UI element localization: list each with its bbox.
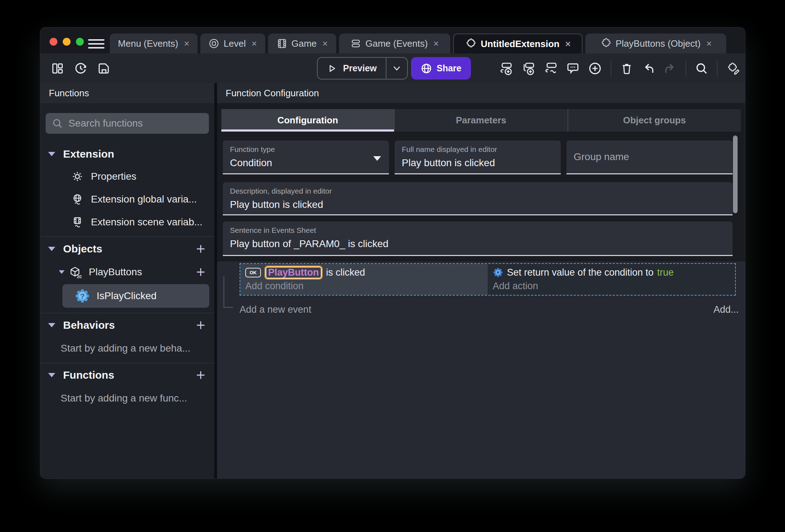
- sentence-field[interactable]: Sentence in Events Sheet Play button of …: [223, 221, 733, 256]
- close-tab-icon[interactable]: ×: [433, 38, 439, 49]
- events-list-icon: [350, 38, 361, 49]
- puzzle-icon: [600, 38, 611, 49]
- object-2d-badge: 2D: [77, 274, 82, 278]
- gear-icon: [72, 171, 83, 182]
- add-condition-button[interactable]: Add condition: [245, 280, 483, 292]
- search-functions-input[interactable]: [68, 118, 202, 129]
- configuration-form: Configuration Parameters Object groups F…: [217, 103, 745, 261]
- open-project-manager-button[interactable]: [51, 62, 64, 75]
- field-label: Description, displayed in editor: [230, 187, 725, 195]
- search-icon[interactable]: [695, 62, 708, 75]
- close-tab-icon[interactable]: ×: [706, 38, 712, 49]
- add-function-to-object-button[interactable]: [195, 266, 206, 278]
- selected-event-row[interactable]: OK PlayButton is clicked Add condition S…: [240, 263, 736, 296]
- full-name-field[interactable]: Full name displayed in editor Play butto…: [395, 140, 561, 174]
- tab-menu-events[interactable]: Menu (Events) ×: [110, 34, 197, 53]
- collapse-arrow-icon[interactable]: [48, 323, 55, 327]
- vertical-scrollbar[interactable]: [733, 135, 738, 213]
- collapse-arrow-icon[interactable]: [48, 152, 55, 156]
- preview-button[interactable]: Preview: [317, 57, 408, 80]
- sidebar-item-label: Properties: [91, 171, 137, 182]
- search-functions-box[interactable]: [46, 113, 209, 134]
- section-label: Behaviors: [63, 319, 195, 331]
- app-window: Menu (Events) × Level × Game × Game (Eve…: [40, 27, 745, 479]
- add-new-event-button[interactable]: Add a new event: [240, 304, 311, 315]
- field-label: Sentence in Events Sheet: [230, 226, 725, 235]
- preview-options-dropdown[interactable]: [386, 58, 407, 79]
- add-object-button[interactable]: [195, 243, 206, 255]
- add-behavior-button[interactable]: [195, 319, 206, 331]
- tab-label: Game: [292, 38, 317, 49]
- close-tab-icon[interactable]: ×: [184, 38, 189, 49]
- tab-playbuttons-object[interactable]: PlayButtons (Object) ×: [585, 34, 726, 53]
- edit-extension-icon[interactable]: [727, 62, 740, 75]
- panel-divider[interactable]: [214, 83, 217, 479]
- redo-icon[interactable]: [664, 62, 677, 75]
- action-value-true[interactable]: true: [657, 267, 674, 278]
- tab-object-groups[interactable]: Object groups: [568, 109, 741, 132]
- collapse-arrow-icon[interactable]: [59, 270, 65, 274]
- version-history-icon[interactable]: [74, 62, 87, 75]
- tab-game[interactable]: Game ×: [268, 34, 336, 53]
- events-sheet: OK PlayButton is clicked Add condition S…: [217, 261, 745, 479]
- sidebar-item-label: Extension scene variab...: [91, 216, 202, 228]
- group-name-field[interactable]: [566, 140, 733, 174]
- return-value-gear-icon: [493, 267, 503, 278]
- tab-game-events[interactable]: Game (Events) ×: [339, 34, 450, 53]
- close-window-button[interactable]: [50, 38, 57, 46]
- close-tab-icon[interactable]: ×: [251, 38, 257, 49]
- condition-object-name[interactable]: PlayButton: [265, 266, 323, 280]
- event-actions-cell[interactable]: Set return value of the condition to tru…: [488, 264, 735, 295]
- tab-configuration[interactable]: Configuration: [221, 109, 395, 132]
- collapse-arrow-icon[interactable]: [48, 247, 55, 251]
- field-value: Condition: [230, 157, 382, 169]
- sidebar-item-properties[interactable]: Properties: [40, 165, 214, 188]
- add-condition-icon[interactable]: [544, 62, 558, 75]
- sidebar-item-extension-global-variables[interactable]: Extension global varia...: [40, 188, 214, 211]
- add-circle-icon[interactable]: [588, 62, 602, 75]
- section-label: Extension: [63, 148, 206, 160]
- object-row-playbuttons[interactable]: 2D PlayButtons: [40, 261, 214, 283]
- condition-text: is clicked: [326, 267, 365, 278]
- close-tab-icon[interactable]: ×: [565, 39, 570, 50]
- menu-icon[interactable]: [88, 39, 104, 51]
- action-text: Set return value of the condition to: [507, 267, 653, 278]
- add-comment-icon[interactable]: [566, 62, 579, 75]
- add-free-function-button[interactable]: [195, 369, 206, 381]
- sidebar-item-extension-scene-variables[interactable]: Extension scene variab...: [40, 211, 214, 234]
- sidebar-item-label: Extension global varia...: [91, 194, 197, 205]
- zoom-window-button[interactable]: [76, 38, 84, 46]
- field-value: Play button is clicked: [230, 199, 725, 210]
- description-field[interactable]: Description, displayed in editor Play bu…: [223, 182, 733, 215]
- undo-icon[interactable]: [642, 62, 655, 75]
- section-functions: Functions: [40, 363, 214, 387]
- functions-empty-text: Start by adding a new func...: [40, 387, 214, 410]
- add-action-button[interactable]: Add action: [493, 280, 730, 292]
- tab-level[interactable]: Level ×: [200, 34, 265, 53]
- function-type-select[interactable]: Function type Condition: [223, 140, 389, 174]
- field-value: Play button of _PARAM0_ is clicked: [230, 238, 725, 250]
- event-conditions-cell[interactable]: OK PlayButton is clicked Add condition: [240, 264, 488, 295]
- close-tab-icon[interactable]: ×: [322, 38, 328, 49]
- toolbar-divider: [686, 60, 686, 77]
- tab-label: Menu (Events): [118, 38, 178, 49]
- share-button[interactable]: Share: [411, 57, 471, 80]
- minimize-window-button[interactable]: [63, 38, 71, 46]
- section-label: Objects: [63, 243, 195, 255]
- tab-untitled-extension[interactable]: UntitledExtension ×: [453, 34, 583, 53]
- function-row-isplayclicked-selected[interactable]: ? IsPlayClicked: [62, 284, 209, 308]
- scene-variable-icon: [72, 216, 83, 228]
- play-icon: [327, 63, 337, 74]
- add-event-icon[interactable]: [499, 62, 513, 75]
- add-subevent-icon[interactable]: [522, 62, 535, 75]
- collapse-arrow-icon[interactable]: [48, 373, 55, 377]
- save-icon[interactable]: [97, 62, 110, 75]
- tab-parameters[interactable]: Parameters: [395, 109, 568, 132]
- toolbar-divider: [717, 60, 718, 77]
- group-name-input[interactable]: [574, 151, 725, 163]
- tab-label: Level: [224, 38, 246, 49]
- add-more-button[interactable]: Add...: [713, 304, 739, 315]
- delete-icon[interactable]: [620, 62, 633, 75]
- section-behaviors: Behaviors: [40, 313, 214, 337]
- condition-function-icon: ?: [75, 288, 90, 304]
